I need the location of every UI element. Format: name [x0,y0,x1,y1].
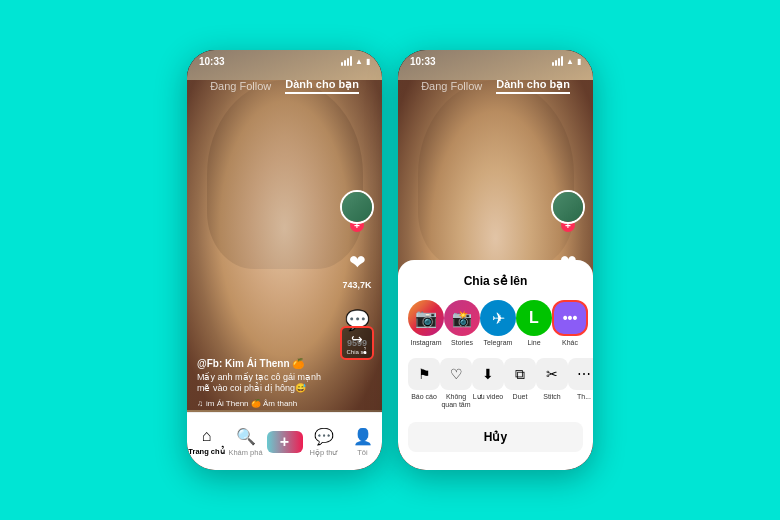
caption-1: Mấy anh mấy tạc cô gái mạnh mẽ vào coi p… [197,372,332,395]
status-icons-1: ▲ ▮ [341,56,370,66]
share-icon-1: ↪ [351,331,363,347]
tab-inbox-1[interactable]: 💬 Hộp thư [304,427,343,457]
duet-icon: ⧉ [515,366,525,383]
share-app-more[interactable]: ••• Khác [552,300,588,346]
phone-2: 10:33 ▲ ▮ Đang Follow Dành cho bạn [398,50,593,470]
action-save-video[interactable]: ⬇ Lưu video [472,358,504,410]
duet-label: Duet [513,393,528,401]
share-actions-row: ⚑ Báo cáo ♡ Không quan tâm ⬇ Lưu video ⧉… [408,358,583,410]
tab-for-you-2[interactable]: Dành cho bạn [496,78,570,94]
tab-add-1[interactable]: + [265,431,304,453]
right-icons-1: + ❤ 743,7K 💬 9599 [340,190,374,348]
status-bar-1: 10:33 ▲ ▮ [187,50,382,72]
share-app-stories[interactable]: 📸 Stories [444,300,480,346]
avatar-1[interactable] [340,190,374,224]
action-report[interactable]: ⚑ Báo cáo [408,358,440,410]
tab-home-1[interactable]: ⌂ Trang chủ [187,427,226,456]
share-panel-2: Chia sẻ lên 📷 Instagram 📸 [398,260,593,470]
tab-discover-1[interactable]: 🔍 Khám phá [226,427,265,457]
status-time-2: 10:33 [410,56,436,67]
status-time-1: 10:33 [199,56,225,67]
phone-1: 10:33 ▲ ▮ Đang Follow Dành cho bạn [187,50,382,470]
music-info-1: ♫ im Ái Thenn 🍊 Âm thanh [197,399,332,408]
bottom-info-1: @Fb: Kim Ái Thenn 🍊 Mấy anh mấy tạc cô g… [197,358,332,408]
wifi-icon-1: ▲ [355,57,363,66]
stitch-label: Stitch [543,393,561,401]
home-icon-1: ⌂ [202,427,212,445]
discover-label-1: Khám phá [228,448,262,457]
avatar-container-2: + [551,190,585,232]
not-interested-icon: ♡ [450,366,463,382]
avatar-2[interactable] [551,190,585,224]
tab-following-2[interactable]: Đang Follow [421,80,482,92]
phones-container: 10:33 ▲ ▮ Đang Follow Dành cho bạn [187,50,593,470]
music-note-icon-1: ♫ [197,399,203,408]
profile-icon-1: 👤 [353,427,373,446]
stories-label: Stories [451,339,473,346]
more-actions-icon: ⋯ [577,366,591,382]
line-label: Line [527,339,540,346]
tab-for-you-1[interactable]: Dành cho bạn [285,78,359,94]
home-label-1: Trang chủ [188,447,224,456]
more-label: Khác [562,339,578,346]
instagram-label: Instagram [410,339,441,346]
cancel-button-2[interactable]: Hủy [408,422,583,452]
username-1: @Fb: Kim Ái Thenn 🍊 [197,358,332,369]
stitch-icon: ✂ [546,366,558,382]
battery-icon-2: ▮ [577,57,581,66]
avatar-container-1: + [340,190,374,232]
report-icon: ⚑ [418,366,431,382]
top-nav-1: Đang Follow Dành cho bạn [187,72,382,100]
share-label-1: Chia sẻ [346,348,367,355]
battery-icon-1: ▮ [366,57,370,66]
share-app-telegram[interactable]: ✈ Telegram [480,300,516,346]
share-panel-title-2: Chia sẻ lên [408,274,583,288]
inbox-label-1: Hộp thư [310,448,338,457]
action-duet[interactable]: ⧉ Duet [504,358,536,410]
status-bar-2: 10:33 ▲ ▮ [398,50,593,72]
share-app-instagram[interactable]: 📷 Instagram [408,300,444,346]
wifi-icon-2: ▲ [566,57,574,66]
action-not-interested[interactable]: ♡ Không quan tâm [440,358,472,410]
not-interested-label: Không quan tâm [440,393,472,410]
action-stitch[interactable]: ✂ Stitch [536,358,568,410]
inbox-icon-1: 💬 [314,427,334,446]
save-label: Lưu video [473,393,503,401]
report-label: Báo cáo [411,393,437,401]
more-actions-label: Th... [577,393,591,401]
phone-1-screen: 10:33 ▲ ▮ Đang Follow Dành cho bạn [187,50,382,470]
phone-2-screen: 10:33 ▲ ▮ Đang Follow Dành cho bạn [398,50,593,470]
telegram-label: Telegram [484,339,513,346]
like-count-1: 743,7K [342,280,371,290]
add-button-1[interactable]: + [267,431,303,453]
bottom-bar-1: ⌂ Trang chủ 🔍 Khám phá + 💬 Hộp thư 👤 Tôi [187,412,382,470]
cancel-label-2: Hủy [484,430,507,444]
action-more[interactable]: ⋯ Th... [568,358,593,410]
like-button-1[interactable]: ❤ 743,7K [341,246,373,290]
music-text-1: im Ái Thenn 🍊 Âm thanh [206,399,297,408]
tab-profile-1[interactable]: 👤 Tôi [343,427,382,457]
profile-label-1: Tôi [357,448,367,457]
status-icons-2: ▲ ▮ [552,56,581,66]
share-app-line[interactable]: L Line [516,300,552,346]
share-apps-row: 📷 Instagram 📸 Stories ✈ [408,300,583,346]
discover-icon-1: 🔍 [236,427,256,446]
top-nav-2: Đang Follow Dành cho bạn [398,72,593,100]
save-icon: ⬇ [482,366,494,382]
tab-following-1[interactable]: Đang Follow [210,80,271,92]
share-button-1[interactable]: ↪ Chia sẻ [340,326,374,360]
